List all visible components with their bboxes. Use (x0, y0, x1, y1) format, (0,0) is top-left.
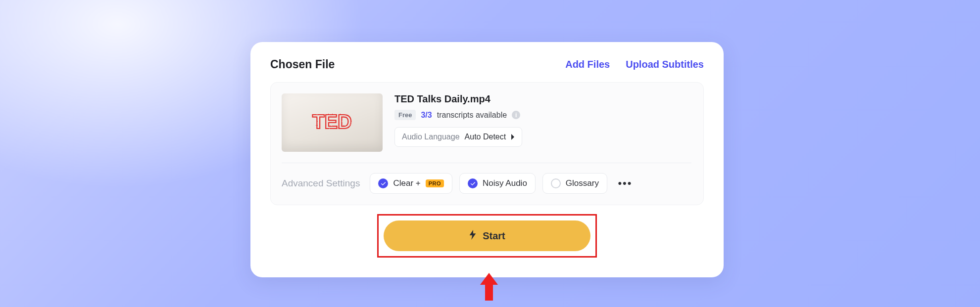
audio-language-value: Auto Detect (465, 132, 506, 141)
file-panel: TED TED Talks Daily.mp4 Free 3/3 transcr… (270, 82, 704, 205)
file-info: TED Talks Daily.mp4 Free 3/3 transcripts… (394, 93, 691, 147)
chosen-file-card: Chosen File Add Files Upload Subtitles T… (250, 42, 724, 277)
lightning-icon (469, 230, 477, 242)
option-noisy-audio[interactable]: Noisy Audio (459, 173, 536, 194)
transcript-status: Free 3/3 transcripts available i (394, 110, 691, 120)
chevron-right-icon (511, 134, 515, 140)
more-options-button[interactable]: ••• (614, 173, 636, 194)
option-glossary-label: Glossary (566, 178, 599, 188)
advanced-settings-row: Advanced Settings Clear + PRO Noisy Audi… (282, 173, 691, 194)
start-button-label: Start (483, 230, 505, 242)
pro-badge: PRO (426, 179, 444, 187)
option-clear-plus[interactable]: Clear + PRO (370, 173, 452, 194)
transcript-label: transcripts available (437, 111, 507, 120)
info-icon[interactable]: i (512, 111, 520, 119)
audio-language-label: Audio Language (402, 132, 460, 141)
advanced-settings-label: Advanced Settings (282, 178, 360, 189)
add-files-link[interactable]: Add Files (565, 59, 610, 70)
checkmark-icon (468, 178, 478, 188)
option-noisy-audio-label: Noisy Audio (483, 178, 527, 188)
divider (282, 163, 691, 163)
checkmark-icon (378, 178, 388, 188)
start-button-area: Start (270, 214, 704, 258)
upload-subtitles-link[interactable]: Upload Subtitles (626, 59, 704, 70)
option-clear-plus-label: Clear + (393, 178, 420, 188)
file-row: TED TED Talks Daily.mp4 Free 3/3 transcr… (282, 93, 691, 152)
option-glossary[interactable]: Glossary (542, 173, 607, 194)
start-button[interactable]: Start (384, 220, 590, 251)
highlight-annotation: Start (377, 214, 597, 258)
transcript-count: 3/3 (421, 111, 432, 120)
ted-logo-text: TED (312, 111, 352, 132)
radio-unchecked-icon (551, 178, 561, 188)
file-name: TED Talks Daily.mp4 (394, 93, 691, 105)
header-actions: Add Files Upload Subtitles (565, 59, 704, 70)
card-header: Chosen File Add Files Upload Subtitles (270, 58, 704, 71)
file-thumbnail: TED (282, 93, 383, 152)
card-title: Chosen File (270, 58, 335, 71)
audio-language-select[interactable]: Audio Language Auto Detect (394, 127, 522, 147)
free-badge: Free (394, 110, 416, 120)
